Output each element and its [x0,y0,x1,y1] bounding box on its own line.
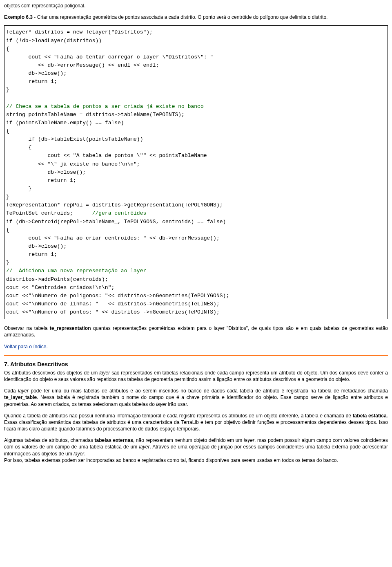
observation-note: Observar na tabela te_representation qua… [4,325,388,338]
section-7-para-2: Cada layer pode ter uma ou mais tabelas … [4,388,388,408]
section-divider [4,355,388,356]
example-number: Exemplo 6.3 [4,14,33,20]
code-block: TeLayer* distritos = new TeLayer("Distri… [4,25,388,319]
section-7-heading: 7. Atributos Descritivos [4,361,388,368]
example-desc: - Criar uma representação geométrica de … [33,14,327,20]
section-7-para-3: Quando a tabela de atributos não possui … [4,412,388,433]
example-heading: Exemplo 6.3 - Criar uma representação ge… [4,14,388,20]
section-7-para-1: Os atributos descritivos dos objetos de … [4,370,388,383]
section-7-para-4: Algumas tabelas de atributos, chamadas t… [4,437,388,464]
back-to-index-link[interactable]: Voltar para o índice. [4,344,48,350]
intro-line-1: objetos com representação poligonal. [4,2,388,9]
